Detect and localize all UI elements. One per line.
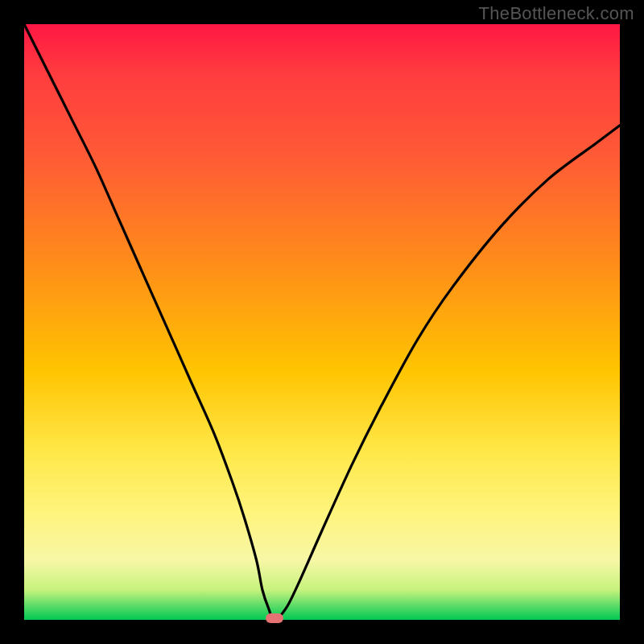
curve-svg [24, 24, 620, 620]
bottleneck-curve-path [24, 24, 620, 620]
chart-frame: TheBottleneck.com [0, 0, 644, 644]
plot-area [24, 24, 620, 620]
watermark-text: TheBottleneck.com [479, 3, 634, 24]
minimum-marker [266, 613, 283, 623]
